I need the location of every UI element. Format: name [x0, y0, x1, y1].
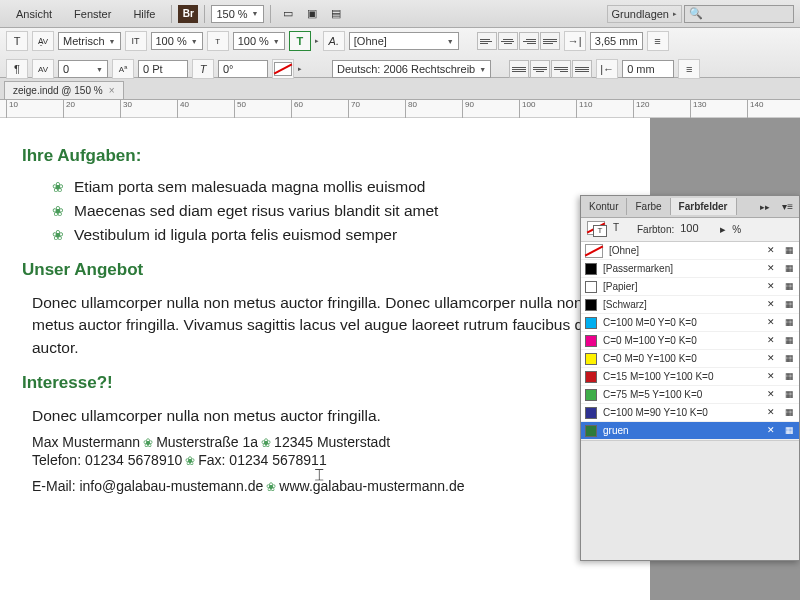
hscale-icon[interactable]: T	[207, 31, 229, 51]
screen-mode-icon[interactable]: ▣	[301, 5, 323, 23]
ruler[interactable]: 102030405060708090100110120130140	[0, 100, 800, 118]
baseline-field[interactable]: 0 Pt	[138, 60, 188, 78]
swatch-name: [Ohne]	[609, 245, 759, 256]
indent-icon[interactable]: →|	[564, 31, 586, 51]
menu-ansicht[interactable]: Ansicht	[6, 4, 62, 24]
swatch-icon	[585, 389, 597, 401]
doc-tabs: zeige.indd @ 150 %×	[0, 78, 800, 100]
swatch-icon	[585, 263, 597, 275]
list-item: ❀Vestibulum id ligula porta felis euismo…	[52, 226, 620, 244]
view-mode-icon[interactable]: ▭	[277, 5, 299, 23]
swatch-icon	[585, 299, 597, 311]
swatch-mode-icon: ▦	[783, 425, 795, 437]
ruler-tick: 20	[63, 100, 75, 118]
swatch-mode-icon: ▦	[783, 263, 795, 275]
tracking-icon[interactable]: AV	[32, 59, 54, 79]
swatch-mode-icon: ▦	[783, 281, 795, 293]
flower-icon: ❀	[52, 227, 64, 243]
swatch-mode-icon: ▦	[783, 371, 795, 383]
zoom-dropdown[interactable]: 150 %▼	[211, 5, 263, 23]
menu-fenster[interactable]: Fenster	[64, 4, 121, 24]
apply-text-icon[interactable]: T	[613, 222, 631, 238]
menu-hilfe[interactable]: Hilfe	[123, 4, 165, 24]
swatch-name: [Passermarken]	[603, 263, 759, 274]
paragraph: Donec ullamcorper nulla non metus auctor…	[32, 405, 610, 427]
heading-aufgaben: Ihre Aufgaben:	[22, 146, 620, 166]
swatch-name: C=0 M=0 Y=100 K=0	[603, 353, 759, 364]
panel-collapse-icon[interactable]: ▸▸	[754, 202, 776, 212]
list-icon[interactable]: ≡	[647, 31, 669, 51]
vscale-icon[interactable]: IT	[125, 31, 147, 51]
indent2-icon[interactable]: |←	[596, 59, 618, 79]
swatch-row[interactable]: C=0 M=100 Y=0 K=0✕▦	[581, 332, 799, 350]
skew-field[interactable]: 0°	[218, 60, 268, 78]
swatch-type-icon: ✕	[765, 389, 777, 401]
ruler-tick: 70	[348, 100, 360, 118]
ruler-tick: 10	[6, 100, 18, 118]
swatch-name: [Papier]	[603, 281, 759, 292]
tint-unit: %	[732, 224, 741, 235]
swatch-type-icon: ✕	[765, 407, 777, 419]
ruler-tick: 110	[576, 100, 592, 118]
indent-field[interactable]: 3,65 mm	[590, 32, 643, 50]
fill-text-icon[interactable]: T	[289, 31, 311, 51]
bridge-icon[interactable]: Br	[178, 5, 198, 23]
spacing-field[interactable]: 0 mm	[622, 60, 674, 78]
swatch-icon	[585, 281, 597, 293]
doc-tab[interactable]: zeige.indd @ 150 %×	[4, 81, 124, 99]
swatch-row[interactable]: [Schwarz]✕▦	[581, 296, 799, 314]
arrange-icon[interactable]: ▤	[325, 5, 347, 23]
tracking-field[interactable]: 0▼	[58, 60, 108, 78]
swatch-name: [Schwarz]	[603, 299, 759, 310]
paragraph: Donec ullamcorper nulla non metus auctor…	[32, 292, 610, 359]
ruler-tick: 50	[234, 100, 246, 118]
swatch-name: C=100 M=0 Y=0 K=0	[603, 317, 759, 328]
swatch-row[interactable]: C=0 M=0 Y=100 K=0✕▦	[581, 350, 799, 368]
panel-tab-kontur[interactable]: Kontur	[581, 198, 627, 215]
text-cursor-icon: ⌶	[315, 466, 323, 482]
fill-stroke-icon[interactable]: T	[587, 221, 607, 239]
stroke-none-icon[interactable]	[272, 59, 294, 79]
swatch-list: [Ohne]✕▦[Passermarken]✕▦[Papier]✕▦[Schwa…	[581, 242, 799, 440]
close-icon[interactable]: ×	[109, 85, 115, 96]
workspace-dropdown[interactable]: Grundlagen▸	[607, 5, 683, 23]
panel-tab-farbfelder[interactable]: Farbfelder	[671, 198, 737, 215]
panel-tab-farbe[interactable]: Farbe	[627, 198, 670, 215]
charstyle-field[interactable]: [Ohne]▼	[349, 32, 459, 50]
swatch-row[interactable]: C=100 M=0 Y=0 K=0✕▦	[581, 314, 799, 332]
swatch-row[interactable]: C=15 M=100 Y=100 K=0✕▦	[581, 368, 799, 386]
flower-icon: ❀	[52, 203, 64, 219]
swatch-row[interactable]: [Passermarken]✕▦	[581, 260, 799, 278]
hscale-field[interactable]: 100 %▼	[233, 32, 285, 50]
skew-icon[interactable]: T	[192, 59, 214, 79]
charstyle-icon[interactable]: A.	[323, 31, 345, 51]
swatch-row[interactable]: gruen✕▦	[581, 422, 799, 440]
swatch-name: C=100 M=90 Y=10 K=0	[603, 407, 759, 418]
swatch-icon	[585, 353, 597, 365]
justify-buttons[interactable]	[509, 60, 592, 78]
tint-field[interactable]: 100	[680, 222, 714, 238]
ruler-tick: 90	[462, 100, 474, 118]
char-format-icon[interactable]: T	[6, 31, 28, 51]
numlist-icon[interactable]: ≡	[678, 59, 700, 79]
swatch-icon	[585, 425, 597, 437]
swatch-icon	[585, 407, 597, 419]
baseline-icon[interactable]: Aª	[112, 59, 134, 79]
lang-field[interactable]: Deutsch: 2006 Rechtschreib▼	[332, 60, 491, 78]
swatch-name: C=0 M=100 Y=0 K=0	[603, 335, 759, 346]
control-panel: T A̬V Metrisch▼ IT 100 %▼ T 100 %▼ T▸ A.…	[0, 28, 800, 78]
kerning-icon[interactable]: A̬V	[32, 31, 54, 51]
menubar: Ansicht Fenster Hilfe Br 150 %▼ ▭ ▣ ▤ Gr…	[0, 0, 800, 28]
swatch-row[interactable]: [Papier]✕▦	[581, 278, 799, 296]
font-field[interactable]: Metrisch▼	[58, 32, 121, 50]
align-buttons[interactable]	[477, 32, 560, 50]
swatch-row[interactable]: [Ohne]✕▦	[581, 242, 799, 260]
para-format-icon[interactable]: ¶	[6, 59, 28, 79]
swatch-row[interactable]: C=100 M=90 Y=10 K=0✕▦	[581, 404, 799, 422]
swatch-row[interactable]: C=75 M=5 Y=100 K=0✕▦	[581, 386, 799, 404]
document-page[interactable]: Ihre Aufgaben: ❀Etiam porta sem malesuad…	[0, 118, 650, 600]
swatch-type-icon: ✕	[765, 281, 777, 293]
vscale-field[interactable]: 100 %▼	[151, 32, 203, 50]
search-input[interactable]: 🔍	[684, 5, 794, 23]
panel-menu-icon[interactable]: ▾≡	[776, 201, 799, 212]
